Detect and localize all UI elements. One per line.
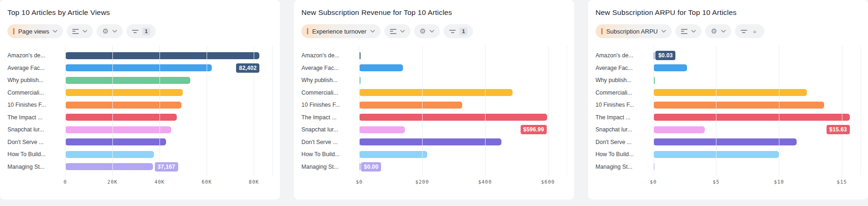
plot-area: 82,40237,167 xyxy=(65,46,272,176)
bar[interactable] xyxy=(65,114,177,121)
filter-lines-icon xyxy=(741,30,747,33)
sort-lines-icon xyxy=(681,29,687,34)
bar[interactable] xyxy=(65,102,181,109)
y-axis-label: Amazon's de... xyxy=(301,49,359,62)
x-axis-ticks: $0$5$10$15 xyxy=(653,176,861,188)
chart-card: Top 10 Articles by Article Views Page vi… xyxy=(0,0,280,199)
bar[interactable] xyxy=(65,126,171,133)
sort-select[interactable] xyxy=(67,24,93,38)
sort-select[interactable] xyxy=(384,24,410,38)
y-axis-label: Average Fac... xyxy=(7,62,65,75)
settings-select[interactable]: ⚙ xyxy=(97,24,122,38)
y-axis-labels: Amazon's de...Average Fac...Why publish.… xyxy=(301,46,359,176)
y-axis-label: Snapchat lur... xyxy=(596,124,653,136)
bar[interactable] xyxy=(359,126,405,133)
filter-lines-icon xyxy=(449,30,456,33)
bar[interactable] xyxy=(359,151,427,158)
bar[interactable] xyxy=(65,77,190,84)
bar[interactable] xyxy=(65,89,183,96)
bar[interactable] xyxy=(65,52,259,59)
metric-select[interactable]: Subscription ARPU xyxy=(596,24,672,38)
y-axis-label: Why publish... xyxy=(596,74,653,87)
metric-select[interactable]: Experience turnover xyxy=(301,24,380,38)
bar-row xyxy=(653,62,861,75)
bar-row xyxy=(65,87,272,99)
chart-toolbar: Subscription ARPU ⚙ + xyxy=(596,24,861,38)
x-axis-tick-label: $5 xyxy=(713,179,720,185)
bar-chart: Amazon's de...Average Fac...Why publish.… xyxy=(7,46,272,176)
x-axis-tick-label: $15 xyxy=(837,179,847,185)
y-axis-label: How To Build... xyxy=(7,148,65,161)
bar[interactable] xyxy=(653,64,687,71)
bar[interactable] xyxy=(359,102,462,109)
chevron-down-icon xyxy=(691,30,696,33)
bar[interactable] xyxy=(653,126,705,133)
bar[interactable] xyxy=(65,163,153,170)
chevron-down-icon xyxy=(83,30,87,33)
chevron-down-icon xyxy=(370,30,375,33)
bar-row xyxy=(65,49,272,62)
bar[interactable] xyxy=(359,64,403,71)
bar-chart: Amazon's de...Average Fac...Why publish.… xyxy=(301,46,566,176)
filter-button[interactable]: 1 xyxy=(126,24,156,38)
settings-select[interactable]: ⚙ xyxy=(705,24,731,38)
metric-color-marker xyxy=(601,28,603,34)
chart-title: New Subscription ARPU for Top 10 Article… xyxy=(596,8,861,17)
gridline xyxy=(485,46,486,176)
bar[interactable] xyxy=(65,64,212,71)
sort-select[interactable] xyxy=(675,24,701,38)
x-axis-tick-label: 0 xyxy=(63,179,67,185)
y-axis-label: Amazon's de... xyxy=(596,49,653,62)
gridline xyxy=(653,46,654,176)
y-axis-label: Managing St... xyxy=(596,161,653,173)
bar-row xyxy=(359,74,566,87)
bar[interactable] xyxy=(653,138,797,145)
y-axis-label: Average Fac... xyxy=(301,62,359,75)
chart-card: New Subscription Revenue for Top 10 Arti… xyxy=(294,0,574,199)
gridline xyxy=(65,46,66,176)
x-axis: 020K40K60K80K xyxy=(7,176,272,188)
gridline xyxy=(716,46,716,176)
bar[interactable] xyxy=(65,138,166,145)
gridline xyxy=(359,46,360,176)
metric-color-marker xyxy=(307,28,308,34)
chevron-down-icon xyxy=(721,30,726,33)
bar[interactable] xyxy=(653,89,807,96)
gridline xyxy=(842,46,842,176)
bar[interactable] xyxy=(359,114,547,121)
value-badge: $0.00 xyxy=(361,162,381,172)
bar-row xyxy=(65,136,272,149)
bar-chart: Amazon's de...Average Fac...Why publish.… xyxy=(596,46,861,176)
filter-button[interactable]: + xyxy=(735,24,764,38)
y-axis-label: Snapchat lur... xyxy=(7,124,65,136)
bar[interactable] xyxy=(65,151,154,158)
x-axis-tick-label: 40K xyxy=(154,179,165,185)
plot-right-border xyxy=(861,46,861,176)
metric-select[interactable]: Page views xyxy=(7,24,63,38)
filter-button[interactable]: 1 xyxy=(444,24,473,38)
chart-toolbar: Page views ⚙ 1 xyxy=(7,24,272,38)
x-axis-spacer xyxy=(7,176,65,188)
bar[interactable] xyxy=(359,89,512,96)
plot-right-border xyxy=(567,46,567,176)
gridline xyxy=(207,46,207,176)
metric-color-marker xyxy=(13,28,14,34)
bar[interactable] xyxy=(653,102,825,109)
y-axis-label: The Impact ... xyxy=(596,111,653,124)
bar-row xyxy=(653,148,861,161)
filter-count-badge: 1 xyxy=(459,27,467,35)
chevron-down-icon xyxy=(430,30,434,33)
gear-icon: ⚙ xyxy=(711,28,717,35)
chevron-down-icon xyxy=(400,30,405,33)
metric-label: Experience turnover xyxy=(312,28,366,35)
y-axis-label: Commerciali... xyxy=(7,87,65,99)
settings-select[interactable]: ⚙ xyxy=(414,24,440,38)
gear-icon: ⚙ xyxy=(420,28,426,35)
y-axis-label: Why publish... xyxy=(7,74,65,87)
chart-title: New Subscription Revenue for Top 10 Arti… xyxy=(301,8,566,17)
chart-card: New Subscription ARPU for Top 10 Article… xyxy=(588,0,868,199)
bar[interactable] xyxy=(359,138,501,145)
bar[interactable] xyxy=(653,114,850,121)
gridline xyxy=(160,46,160,176)
filter-count-badge: + xyxy=(751,27,759,35)
